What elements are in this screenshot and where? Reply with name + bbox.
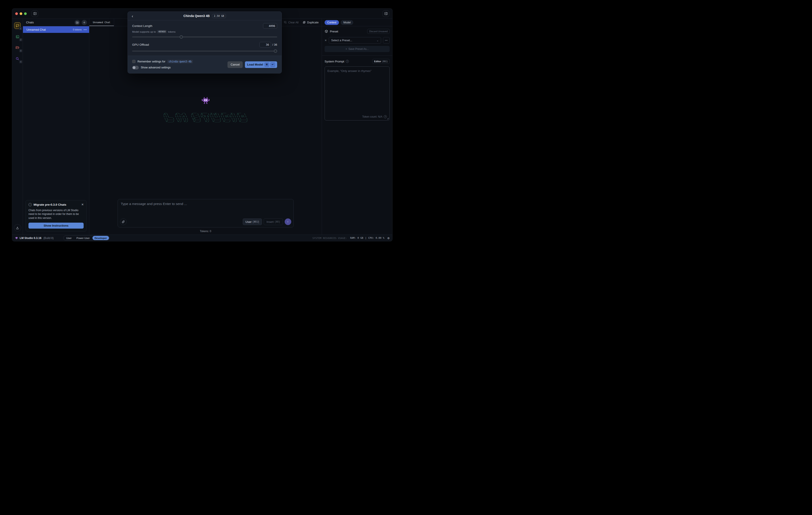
minimize-window-button[interactable] — [20, 12, 22, 15]
chat-options-button[interactable]: ••• — [84, 28, 87, 31]
remember-settings-checkbox[interactable] — [132, 60, 136, 63]
message-composer: Type a message and press Enter to send .… — [118, 199, 294, 228]
context-length-slider[interactable] — [132, 35, 277, 38]
slider-track — [132, 37, 277, 37]
lm-studio-logo-icon — [15, 237, 18, 239]
composer-area: Type a message and press Enter to send .… — [89, 199, 322, 234]
status-bar: LM Studio 0.3.16 (Build 8) User Power Us… — [12, 234, 392, 241]
search-icon — [16, 57, 20, 61]
tab-context[interactable]: Context — [325, 20, 339, 25]
plus-icon: + — [346, 48, 347, 51]
close-icon[interactable]: ✕ — [81, 203, 84, 206]
mode-user[interactable]: User — [64, 236, 74, 240]
return-key-icon: ↵ — [270, 62, 275, 67]
zoom-window-button[interactable] — [24, 12, 27, 15]
duplicate-button[interactable]: Duplicate — [302, 21, 319, 24]
downloads-button[interactable] — [14, 224, 21, 231]
chats-panel: Chats — [23, 19, 89, 234]
token-count-label: Token count: N/A — [362, 115, 382, 118]
shortcut-badge: 1 — [19, 27, 22, 30]
context-length-input[interactable]: 4096 — [263, 23, 277, 29]
slider-thumb[interactable] — [180, 35, 183, 38]
send-message-button[interactable]: ↑ — [285, 219, 291, 225]
save-preset-label: Save Preset As... — [348, 48, 369, 51]
dialog-header: ‹ Chinda Qwen3 4B 2.50 GB — [128, 12, 282, 20]
tab-unnamed-chat[interactable]: Unnamed Chat — [89, 19, 114, 26]
chats-panel-header: Chats — [23, 19, 89, 26]
preset-select-value: Select a Preset... — [331, 39, 352, 42]
chat-list-item[interactable]: Unnamed Chat 0 tokens ••• — [23, 26, 89, 33]
slider-thumb[interactable] — [274, 50, 277, 53]
editor-button[interactable]: Editor (⌘E) — [372, 59, 390, 64]
right-panel-tabs: Context Model — [322, 19, 392, 26]
dialog-body: Context Length 4096 Model supports up to… — [128, 20, 282, 56]
editor-label: Editor — [374, 60, 381, 63]
nav-discover-button[interactable]: 4 — [14, 55, 21, 62]
help-icon[interactable]: ? — [346, 60, 349, 63]
resize-handle-icon[interactable] — [387, 118, 389, 120]
model-name: Chinda Qwen3 4B — [183, 14, 210, 18]
clear-preset-button[interactable]: ✕ — [325, 39, 327, 42]
nav-developer-button[interactable]: 2 — [14, 33, 21, 40]
mode-developer[interactable]: Developer — [92, 236, 109, 240]
show-advanced-settings-toggle[interactable] — [132, 66, 139, 69]
toggle-left-sidebar-button[interactable] — [32, 10, 38, 17]
message-input[interactable]: Type a message and press Enter to send .… — [121, 202, 187, 206]
load-model-button[interactable]: Load Model ⌘ ↵ — [245, 61, 277, 68]
system-prompt-section: System Prompt ? Editor (⌘E) Example, "On… — [325, 59, 390, 120]
chat-bubble-icon — [16, 24, 20, 28]
info-icon: i — [28, 203, 32, 206]
system-prompt-title: System Prompt — [325, 60, 344, 63]
user-role-shortcut: (⌘U) — [253, 220, 259, 223]
preset-select[interactable]: Select a Preset... ⌄ — [329, 37, 381, 44]
slider-track — [132, 51, 277, 51]
back-chevron-icon[interactable]: ‹ — [132, 14, 133, 18]
duplicate-icon — [302, 21, 306, 24]
chat-toolbar: e Clear All — [278, 19, 322, 26]
shortcut-badge: 3 — [19, 49, 22, 52]
gpu-offload-slider[interactable] — [132, 50, 277, 53]
shortcut-badge: 2 — [19, 38, 22, 41]
insert-label: Insert — [266, 220, 274, 224]
help-icon[interactable]: ? — [384, 115, 387, 118]
gear-icon[interactable]: ⚙ — [387, 236, 389, 240]
insert-button[interactable]: Insert (⌘I) — [264, 219, 283, 225]
nav-chat-button[interactable]: 1 — [14, 22, 21, 29]
toggle-right-sidebar-button[interactable] — [383, 10, 389, 17]
dialog-footer: Remember settings for chinda-qwen3-4b Sh… — [128, 56, 282, 73]
user-role-button[interactable]: User (⌘U) — [243, 219, 262, 225]
new-chat-button[interactable] — [82, 20, 87, 25]
panel-left-icon — [33, 12, 37, 16]
nav-my-models-button[interactable]: 3 — [14, 45, 21, 51]
tab-model[interactable]: Model — [341, 20, 353, 25]
show-instructions-button[interactable]: Show Instructions — [28, 223, 84, 229]
mode-power-user[interactable]: Power User — [74, 236, 92, 240]
token-counter: Tokens: 0 — [200, 230, 211, 233]
preset-title: Preset — [330, 30, 338, 33]
user-mode-segmented-control: User Power User Developer — [63, 235, 110, 240]
app-brand: LM Studio 0.3.16 (Build 8) — [15, 236, 54, 240]
clear-all-button[interactable]: Clear All — [284, 21, 298, 24]
system-prompt-input[interactable]: Example, "Only answer in rhymes" Token c… — [325, 66, 390, 120]
close-window-button[interactable] — [15, 12, 18, 15]
gpu-offload-label: GPU Offload — [132, 43, 149, 46]
toggle-knob — [133, 66, 136, 69]
attach-file-button[interactable] — [120, 219, 127, 225]
save-preset-button[interactable]: + Save Preset As... — [325, 46, 390, 52]
chat-token-count: 0 tokens — [73, 28, 82, 31]
folder-plus-icon — [76, 21, 79, 24]
cancel-button[interactable]: Cancel — [228, 61, 242, 68]
lm-studio-ascii-wordmark: __ __ __ ____ ______ __ __ _____ __ ____… — [164, 111, 248, 122]
new-folder-button[interactable] — [75, 20, 80, 25]
gpu-offload-input[interactable]: 36 — [260, 42, 271, 48]
model-size-badge: 2.50 GB — [212, 14, 226, 18]
terminal-icon — [16, 35, 20, 38]
shortcut-badge: 4 — [19, 60, 22, 63]
preset-more-button[interactable]: ••• — [383, 37, 390, 44]
folder-open-icon — [16, 46, 20, 50]
user-role-label: User — [245, 220, 252, 224]
arrow-up-icon: ↑ — [287, 220, 289, 224]
discard-unsaved-button[interactable]: Discard Unsaved — [367, 29, 390, 34]
context-support-prefix: Model supports up to — [132, 30, 156, 33]
insert-shortcut: (⌘I) — [275, 220, 280, 223]
